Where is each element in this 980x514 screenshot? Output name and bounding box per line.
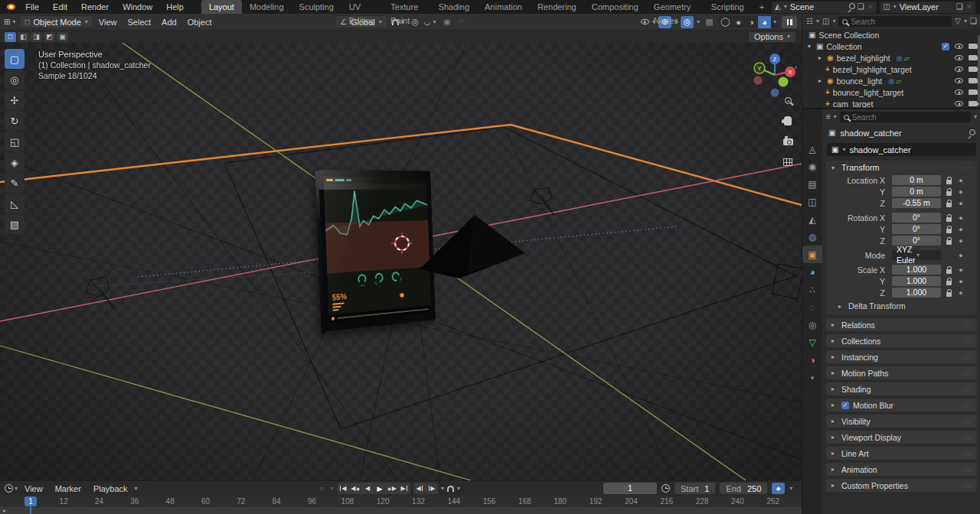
proportional-objects-icon[interactable]: ◉ — [441, 16, 454, 28]
panel-drag-handle[interactable]: :::: — [963, 450, 972, 457]
panel-drag-handle[interactable]: :::: — [963, 466, 972, 473]
hide-eye-icon[interactable] — [955, 101, 963, 106]
menu-help[interactable]: Help — [159, 0, 191, 14]
scale-z-field[interactable]: 1.000 — [892, 288, 941, 298]
keying-popover-button[interactable]: ◆ — [772, 483, 785, 494]
new-scene-icon[interactable]: ❏ — [858, 3, 864, 11]
overlays-dropdown-icon[interactable]: ▾ — [697, 19, 700, 25]
outliner-row-scene-collection[interactable]: ▣ Scene Collection — [802, 29, 980, 41]
keying-set-dropdown-icon[interactable]: ▾ — [331, 486, 334, 492]
shading-wireframe-button[interactable]: ◯ — [719, 16, 732, 28]
show-overlays-button[interactable]: ◎ — [681, 16, 694, 28]
workspace-tab-rendering[interactable]: Rendering — [530, 0, 584, 14]
add-workspace-button[interactable]: + — [752, 0, 772, 14]
timeline-editor-dropdown-icon[interactable]: ▾ — [15, 486, 18, 492]
outliner-search[interactable] — [838, 16, 952, 27]
tool-annotate[interactable]: ✎ — [5, 173, 24, 193]
tab-output[interactable]: ▤ — [802, 175, 822, 193]
panel-visibility[interactable]: ▸ Visibility :::: — [826, 415, 977, 428]
select-intersect-button[interactable]: ▣ — [57, 32, 68, 42]
workspace-tab-shading[interactable]: Shading — [431, 0, 477, 14]
location-z-field[interactable]: -0.55 m — [892, 198, 941, 209]
workspace-tab-modeling[interactable]: Modeling — [242, 0, 292, 14]
proportional-editing-icon[interactable]: ◎ — [409, 16, 422, 28]
expand-arrow-icon[interactable]: ▸ — [816, 77, 824, 84]
tab-material[interactable]: ◑ — [802, 351, 822, 369]
menu-add[interactable]: Add — [156, 18, 182, 27]
render-visibility-icon[interactable] — [969, 44, 977, 49]
menu-object[interactable]: Object — [182, 18, 217, 27]
animate-dot[interactable]: ● — [956, 177, 965, 184]
location-y-field[interactable]: 0 m — [892, 187, 941, 197]
end-frame-field[interactable]: End 250 — [720, 483, 767, 494]
menu-file[interactable]: File — [18, 0, 46, 14]
camera-view-icon[interactable] — [781, 135, 795, 148]
lock-icon[interactable] — [941, 226, 956, 233]
workspace-tab-compositing[interactable]: Compositing — [584, 0, 646, 14]
tab-tool[interactable]: ◬ — [802, 140, 822, 158]
new-viewlayer-icon[interactable]: ❏ — [956, 3, 963, 11]
proportional-dropdown-icon[interactable]: ▾ — [433, 19, 436, 25]
editor-type-icon[interactable]: ⊞ — [4, 18, 10, 26]
zoom-icon[interactable]: + — [781, 93, 795, 107]
outliner-display-dropdown-icon[interactable]: ▾ — [832, 18, 835, 24]
filter-dropdown-icon[interactable]: ▾ — [964, 18, 967, 24]
panel-motion-paths[interactable]: ▸ Motion Paths :::: — [826, 366, 977, 379]
tool-move[interactable]: ✢ — [5, 90, 24, 110]
outliner-row-bezel-highlight[interactable]: ▸ ◉ bezel_highlight ◎ ▱ — [802, 52, 980, 63]
tab-scene[interactable]: ◭ — [802, 210, 822, 228]
frame-step-forward-button[interactable]: ▶ — [426, 483, 438, 494]
blender-logo-icon[interactable] — [5, 2, 18, 12]
tab-view-layer[interactable]: ◫ — [802, 193, 822, 210]
hide-eye-icon[interactable] — [955, 78, 963, 83]
tool-rotate[interactable]: ↻ — [5, 111, 24, 131]
expand-arrow-icon[interactable]: ▸ — [816, 54, 824, 61]
tool-cursor[interactable]: ◎ — [5, 70, 24, 89]
tab-modifiers[interactable]: ◕ — [802, 263, 822, 281]
scene-selector[interactable]: ◭ ▾ Scene ❏ ✕ — [772, 2, 877, 13]
lock-icon[interactable] — [941, 289, 956, 297]
workspace-tab-layout[interactable]: Layout — [201, 0, 242, 14]
lock-icon[interactable] — [941, 237, 956, 245]
next-keyframe-button[interactable]: ◆▶ — [386, 483, 398, 494]
shading-rendered-button[interactable]: ◕ — [758, 16, 771, 28]
hide-eye-icon[interactable] — [955, 44, 963, 49]
delta-transform-subpanel[interactable]: ▸ Delta Transform — [826, 298, 977, 311]
timeline-snap-icon[interactable] — [447, 486, 454, 492]
properties-editor-dropdown-icon[interactable]: ▾ — [834, 114, 837, 120]
workspace-tab-texture-paint[interactable]: Texture Paint — [383, 0, 430, 14]
tabs-overflow-chevron-icon[interactable]: ▾ — [802, 369, 822, 386]
keying-popover-dropdown-icon[interactable]: ▾ — [789, 486, 792, 492]
auto-keyframe-button[interactable]: ○ — [315, 483, 328, 494]
timeline-editor-icon[interactable] — [5, 484, 13, 493]
play-button[interactable]: ▶ — [374, 483, 386, 494]
outliner-display-mode-icon[interactable]: ◫ — [822, 18, 829, 25]
new-collection-icon[interactable]: ❏ — [970, 18, 977, 25]
perspective-toggle-icon[interactable] — [781, 155, 795, 169]
properties-search-input[interactable] — [852, 113, 967, 122]
panel-drag-handle[interactable]: :::: — [963, 369, 972, 376]
animate-dot[interactable]: ● — [956, 188, 965, 196]
select-extend-button[interactable]: ◧ — [18, 32, 29, 42]
workspace-tab-animation[interactable]: Animation — [477, 0, 530, 14]
animate-dot[interactable]: ● — [956, 266, 965, 274]
object-visibility-icon[interactable] — [641, 19, 649, 24]
lock-icon[interactable] — [941, 188, 956, 196]
proportional-falloff-icon[interactable]: ◡ — [424, 18, 431, 26]
workspace-tab-scripting[interactable]: Scripting — [704, 0, 752, 14]
playback-dropdown-icon[interactable]: ▾ — [135, 486, 138, 492]
motion-blur-checkbox[interactable]: ✓ — [841, 402, 849, 409]
animate-dot[interactable]: ● — [956, 252, 965, 259]
select-subtract-button[interactable]: ◨ — [31, 32, 42, 42]
scale-x-field[interactable]: 1.000 — [892, 265, 941, 275]
panel-drag-handle[interactable]: :::: — [963, 337, 972, 344]
panel-drag-handle[interactable]: :::: — [963, 353, 972, 360]
timeline-ruler[interactable]: 12 24 36 48 60 72 84 96 108 120 132 144 … — [0, 496, 802, 514]
viewlayer-selector[interactable]: ◫ ▾ ViewLayer ❏ ✕ — [880, 2, 975, 13]
render-visibility-icon[interactable] — [969, 78, 977, 83]
select-invert-button[interactable]: ◩ — [44, 32, 55, 42]
prev-keyframe-button[interactable]: ◀◆ — [349, 483, 361, 494]
pin-scene-icon[interactable] — [847, 3, 854, 11]
properties-search[interactable] — [840, 112, 971, 122]
panel-drag-handle[interactable]: :::: — [963, 386, 972, 392]
